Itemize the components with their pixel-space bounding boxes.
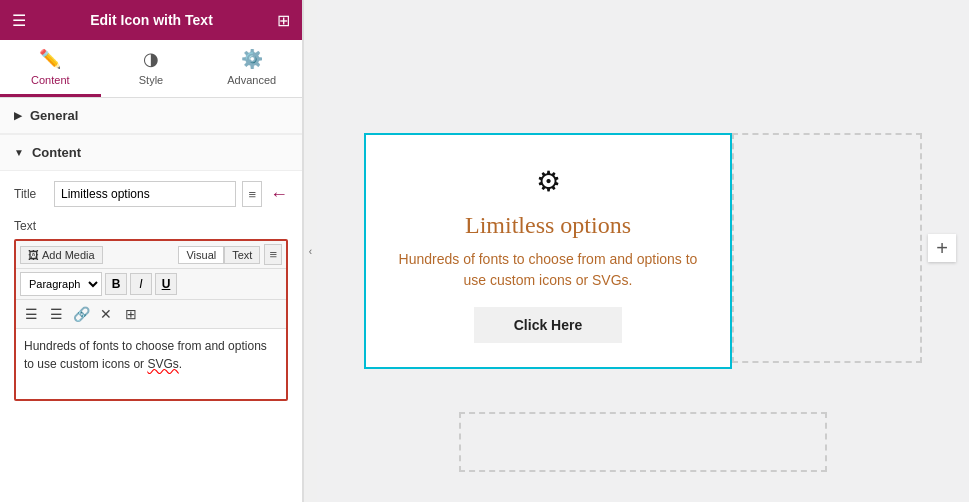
- content-section-header[interactable]: ▼ Content: [0, 134, 302, 171]
- text-editor: 🖼 Add Media Visual Text ≡ Paragraph B I …: [14, 239, 288, 401]
- hamburger-icon[interactable]: ☰: [12, 11, 26, 30]
- left-panel: ☰ Edit Icon with Text ⊞ ✏️ Content ◑ Sty…: [0, 0, 303, 502]
- general-section-header[interactable]: ▶ General: [0, 98, 302, 134]
- collapse-icon: ‹: [309, 246, 312, 257]
- tab-content[interactable]: ✏️ Content: [0, 40, 101, 97]
- text-tab-button[interactable]: Text: [224, 246, 260, 264]
- unordered-list-button[interactable]: ☰: [20, 303, 42, 325]
- collapse-handle[interactable]: ‹: [303, 0, 317, 502]
- editor-top-bar: 🖼 Add Media Visual Text ≡: [16, 241, 286, 269]
- dashed-right-panel: +: [732, 133, 922, 363]
- add-media-button[interactable]: 🖼 Add Media: [20, 246, 103, 264]
- preview-container: ⚙ Limitless options Hundreds of fonts to…: [364, 133, 922, 369]
- general-label: General: [30, 108, 78, 123]
- add-column-button[interactable]: +: [928, 234, 956, 262]
- title-options-button[interactable]: ≡: [242, 181, 262, 207]
- link-button[interactable]: 🔗: [70, 303, 92, 325]
- table-button[interactable]: ⊞: [120, 303, 142, 325]
- tab-advanced[interactable]: ⚙️ Advanced: [201, 40, 302, 97]
- general-arrow-icon: ▶: [14, 110, 22, 121]
- tab-style-label: Style: [139, 74, 163, 86]
- top-bar: ☰ Edit Icon with Text ⊞: [0, 0, 302, 40]
- widget-card: ⚙ Limitless options Hundreds of fonts to…: [364, 133, 732, 369]
- widget-description: Hundreds of fonts to choose from and opt…: [390, 249, 706, 291]
- visual-tab-button[interactable]: Visual: [178, 246, 224, 264]
- italic-button[interactable]: I: [130, 273, 152, 295]
- advanced-tab-icon: ⚙️: [241, 48, 263, 70]
- tabs-bar: ✏️ Content ◑ Style ⚙️ Advanced: [0, 40, 302, 98]
- widget-title: Limitless options: [465, 212, 631, 239]
- remove-format-button[interactable]: ✕: [95, 303, 117, 325]
- formatting-toolbar: Paragraph B I U: [16, 269, 286, 300]
- widget-click-here-button[interactable]: Click Here: [474, 307, 622, 343]
- bold-button[interactable]: B: [105, 273, 127, 295]
- underline-button[interactable]: U: [155, 273, 177, 295]
- text-field-label: Text: [14, 219, 288, 233]
- content-section-label: Content: [32, 145, 81, 160]
- title-field-row: Title ≡ ←: [14, 181, 288, 207]
- editor-kebab-button[interactable]: ≡: [264, 244, 282, 265]
- right-preview-area: ⚙ Limitless options Hundreds of fonts to…: [317, 0, 969, 502]
- bottom-dashed-area: [459, 412, 827, 472]
- svg-text: SVGs: [147, 357, 178, 371]
- title-label: Title: [14, 187, 48, 201]
- paragraph-select[interactable]: Paragraph: [20, 272, 102, 296]
- list-toolbar: ☰ ☰ 🔗 ✕ ⊞: [16, 300, 286, 329]
- tab-content-label: Content: [31, 74, 70, 86]
- panel-title: Edit Icon with Text: [90, 12, 213, 28]
- editor-view-tabs: Visual Text: [178, 246, 260, 264]
- editor-content-area[interactable]: Hundreds of fonts to choose from and opt…: [16, 329, 286, 399]
- content-fields: Title ≡ ← Text 🖼 Add Media Visual Text ≡: [0, 171, 302, 502]
- content-tab-icon: ✏️: [39, 48, 61, 70]
- content-arrow-icon: ▼: [14, 147, 24, 158]
- widget-gear-icon: ⚙: [536, 165, 561, 198]
- grid-icon[interactable]: ⊞: [277, 11, 290, 30]
- ordered-list-button[interactable]: ☰: [45, 303, 67, 325]
- add-media-label: Add Media: [42, 249, 95, 261]
- tab-advanced-label: Advanced: [227, 74, 276, 86]
- add-media-icon: 🖼: [28, 249, 39, 261]
- style-tab-icon: ◑: [143, 48, 159, 70]
- title-input[interactable]: [54, 181, 236, 207]
- tab-style[interactable]: ◑ Style: [101, 40, 202, 97]
- arrow-indicator-icon: ←: [270, 184, 288, 205]
